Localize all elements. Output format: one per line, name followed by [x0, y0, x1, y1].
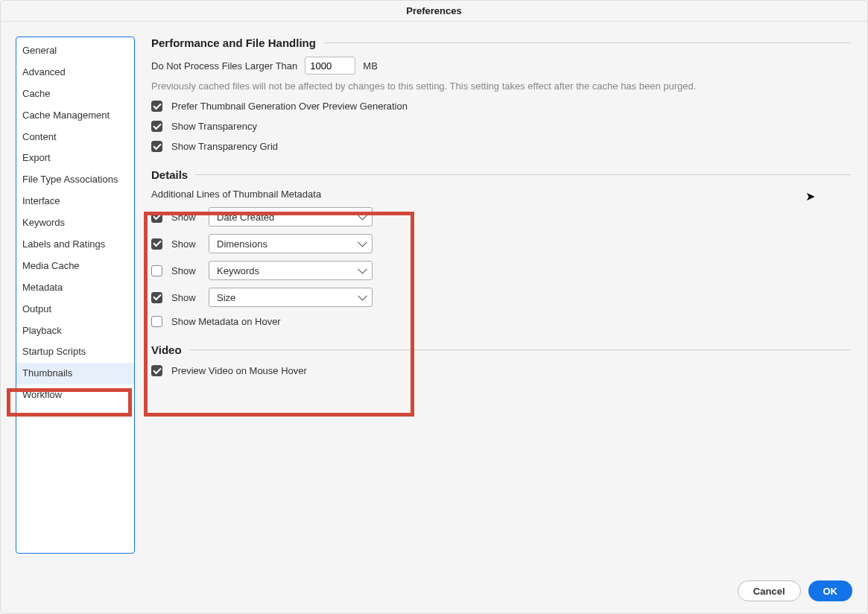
select-metadata-field-3[interactable]: Size	[209, 288, 373, 307]
metadata-rows-container: ShowDate CreatedShowDimensionsShowKeywor…	[151, 207, 851, 307]
label-show: Show	[171, 292, 200, 303]
section-title-details: Details	[151, 168, 188, 181]
row-show-transparency-grid: Show Transparency Grid	[151, 141, 851, 152]
row-prefer-thumbnail: Prefer Thumbnail Generation Over Preview…	[151, 101, 851, 112]
checkbox-show-metadata-hover[interactable]	[151, 316, 162, 327]
checkbox-metadata-show-0[interactable]	[151, 212, 162, 223]
sidebar-item-general[interactable]: General	[16, 40, 134, 62]
checkbox-show-transparency-grid[interactable]	[151, 141, 162, 152]
titlebar: Preferences	[1, 1, 867, 22]
section-title-performance: Performance and File Handling	[151, 37, 316, 49]
checkbox-metadata-show-1[interactable]	[151, 238, 162, 250]
sidebar-item-cache-management[interactable]: Cache Management	[16, 105, 134, 127]
sidebar-item-keywords[interactable]: Keywords	[16, 212, 134, 234]
checkbox-preview-video-hover[interactable]	[151, 365, 162, 376]
row-show-on-hover: Show Metadata on Hover	[151, 316, 851, 327]
select-metadata-field-0[interactable]: Date Created	[209, 207, 373, 227]
sidebar-item-metadata[interactable]: Metadata	[16, 277, 134, 299]
section-divider	[323, 42, 851, 43]
sidebar-item-media-cache[interactable]: Media Cache	[16, 256, 134, 277]
metadata-row: ShowSize	[151, 288, 851, 307]
preferences-content: Performance and File Handling Do Not Pro…	[151, 37, 858, 567]
section-video: Video Preview Video on Mouse Hover	[151, 344, 851, 376]
select-metadata-field-1[interactable]: Dimensions	[209, 234, 373, 253]
sidebar-item-startup-scripts[interactable]: Startup Scripts	[16, 341, 134, 363]
preferences-sidebar: GeneralAdvancedCacheCache ManagementCont…	[16, 37, 135, 554]
label-additional-lines: Additional Lines of Thumbnail Metadata	[151, 189, 851, 200]
section-title-video: Video	[151, 344, 182, 356]
label-show: Show	[171, 265, 200, 276]
row-preview-video-hover: Preview Video on Mouse Hover	[151, 365, 851, 376]
section-header-video: Video	[151, 344, 851, 356]
sidebar-item-export[interactable]: Export	[16, 148, 134, 169]
sidebar-item-thumbnails[interactable]: Thumbnails	[16, 363, 134, 384]
window-title: Preferences	[406, 5, 461, 16]
checkbox-metadata-show-2[interactable]	[151, 265, 162, 276]
checkbox-prefer-thumbnail[interactable]	[151, 101, 162, 112]
label-show-transparency: Show Transparency	[171, 121, 257, 132]
metadata-row: ShowKeywords	[151, 261, 851, 280]
sidebar-item-content[interactable]: Content	[16, 127, 134, 148]
section-divider	[195, 174, 851, 175]
label-show-metadata-hover: Show Metadata on Hover	[171, 316, 281, 327]
metadata-row: ShowDimensions	[151, 234, 851, 253]
label-prefer-thumbnail: Prefer Thumbnail Generation Over Preview…	[171, 101, 408, 112]
select-metadata-field-2[interactable]: Keywords	[209, 261, 373, 280]
metadata-row: ShowDate Created	[151, 207, 851, 227]
sidebar-item-cache[interactable]: Cache	[16, 83, 134, 105]
label-preview-video-hover: Preview Video on Mouse Hover	[171, 365, 307, 376]
sidebar-item-playback[interactable]: Playback	[16, 320, 134, 342]
window-body: ➤ GeneralAdvancedCacheCache ManagementCo…	[1, 22, 867, 576]
ok-button[interactable]: OK	[808, 580, 853, 601]
note-cache-warning: Previously cached files will not be affe…	[151, 80, 851, 92]
checkbox-metadata-show-3[interactable]	[151, 292, 162, 303]
dialog-footer: Cancel OK	[1, 576, 867, 613]
sidebar-item-workflow[interactable]: Workflow	[16, 384, 134, 406]
label-unit-mb: MB	[363, 60, 378, 72]
label-show-transparency-grid: Show Transparency Grid	[171, 141, 278, 152]
sidebar-item-advanced[interactable]: Advanced	[16, 62, 134, 83]
checkbox-show-transparency[interactable]	[151, 121, 162, 132]
sidebar-item-interface[interactable]: Interface	[16, 191, 134, 212]
input-file-size-limit[interactable]	[305, 57, 355, 75]
section-details: Details Additional Lines of Thumbnail Me…	[151, 168, 851, 327]
row-do-not-process: Do Not Process Files Larger Than MB	[151, 57, 851, 75]
label-show: Show	[171, 212, 200, 223]
section-performance: Performance and File Handling Do Not Pro…	[151, 37, 851, 152]
preferences-window: Preferences ➤ GeneralAdvancedCacheCache …	[0, 0, 868, 614]
section-header-performance: Performance and File Handling	[151, 37, 851, 49]
sidebar-item-file-type-associations[interactable]: File Type Associations	[16, 169, 134, 191]
row-show-transparency: Show Transparency	[151, 121, 851, 132]
section-header-details: Details	[151, 168, 851, 181]
sidebar-item-labels-and-ratings[interactable]: Labels and Ratings	[16, 234, 134, 256]
section-divider	[189, 349, 851, 350]
label-show: Show	[171, 238, 200, 250]
cancel-button[interactable]: Cancel	[738, 580, 801, 601]
sidebar-item-output[interactable]: Output	[16, 299, 134, 320]
label-do-not-process: Do Not Process Files Larger Than	[151, 60, 297, 72]
